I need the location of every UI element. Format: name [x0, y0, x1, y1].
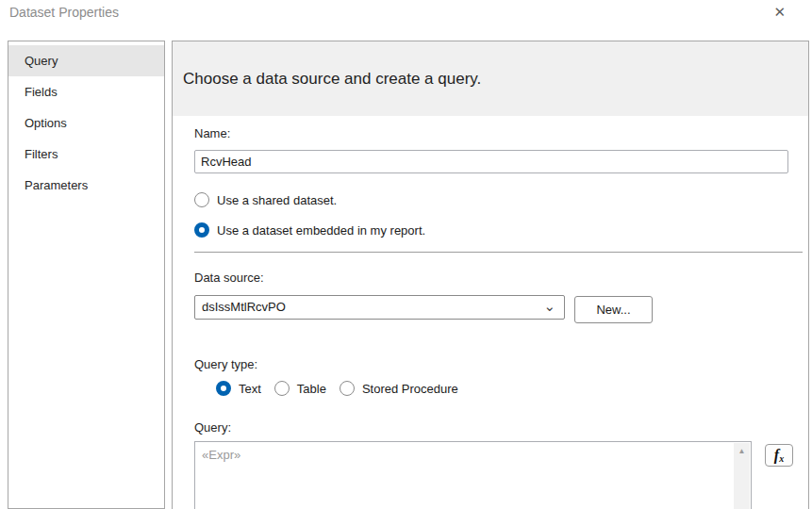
data-source-select[interactable]: dsIssMtlRcvPO ⌄	[194, 295, 565, 320]
section-divider	[194, 252, 803, 253]
new-data-source-button[interactable]: New...	[574, 296, 653, 323]
scroll-up-icon: ▲	[734, 447, 750, 455]
data-source-value: dsIssMtlRcvPO	[202, 300, 286, 314]
radio-query-type-table[interactable]: Table	[274, 381, 326, 396]
page-heading: Choose a data source and create a query.	[183, 70, 481, 89]
query-textarea[interactable]: «Expr» ▲	[194, 441, 752, 509]
sidebar-nav: Query Fields Options Filters Parameters	[8, 41, 165, 509]
sidebar-item-options[interactable]: Options	[8, 107, 164, 139]
fx-icon-subscript: x	[779, 453, 784, 464]
radio-label: Use a shared dataset.	[217, 193, 337, 207]
dialog-titlebar: Dataset Properties ✕	[0, 0, 812, 28]
expression-fx-button[interactable]: fx	[765, 444, 793, 467]
chevron-down-icon: ⌄	[543, 296, 555, 317]
sidebar-item-parameters[interactable]: Parameters	[8, 170, 164, 201]
data-source-label: Data source:	[194, 271, 264, 285]
sidebar-item-fields[interactable]: Fields	[8, 76, 164, 107]
dialog-title: Dataset Properties	[9, 5, 119, 20]
radio-label: Stored Procedure	[362, 382, 458, 396]
query-label: Query:	[194, 420, 231, 435]
main-panel: Choose a data source and create a query.…	[172, 41, 809, 509]
radio-selected-icon	[194, 222, 209, 238]
query-expression-value: «Expr»	[202, 448, 240, 462]
query-type-options: Text Table Stored Procedure	[216, 381, 458, 396]
radio-label: Use a dataset embedded in my report.	[217, 223, 425, 238]
radio-query-type-text[interactable]: Text	[216, 381, 261, 396]
radio-label: Table	[297, 382, 326, 396]
name-label: Name:	[194, 126, 230, 140]
radio-unselected-icon	[274, 381, 290, 396]
radio-selected-icon	[216, 381, 231, 396]
radio-label: Text	[239, 382, 261, 396]
close-icon[interactable]: ✕	[773, 4, 786, 21]
radio-unselected-icon	[340, 381, 355, 396]
query-type-label: Query type:	[194, 357, 257, 371]
name-input[interactable]	[194, 150, 788, 173]
radio-unselected-icon	[194, 192, 209, 207]
radio-query-type-stored-procedure[interactable]: Stored Procedure	[340, 381, 458, 396]
query-scrollbar[interactable]: ▲	[734, 443, 750, 509]
radio-use-shared-dataset[interactable]: Use a shared dataset.	[194, 192, 337, 207]
sidebar-item-query[interactable]: Query	[8, 45, 164, 76]
radio-use-embedded-dataset[interactable]: Use a dataset embedded in my report.	[194, 222, 425, 238]
sidebar-item-filters[interactable]: Filters	[8, 139, 164, 170]
page-header: Choose a data source and create a query.	[173, 41, 808, 116]
